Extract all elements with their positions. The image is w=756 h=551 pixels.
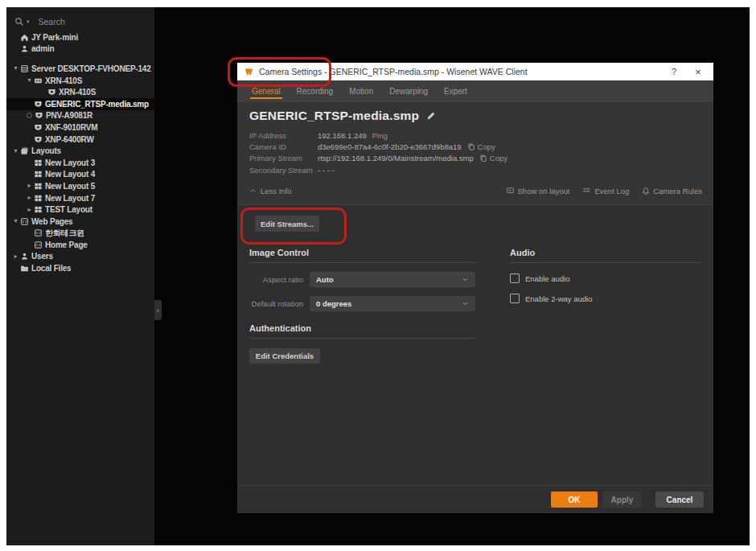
tree-item[interactable]: PNV-A9081R bbox=[6, 110, 154, 122]
tree-item-label: Layouts bbox=[31, 146, 61, 155]
tree-item[interactable]: ▸New Layout 5 bbox=[6, 180, 154, 192]
aspect-ratio-row: Aspect ratio Auto bbox=[249, 272, 475, 287]
event-log-link[interactable]: Event Log bbox=[582, 187, 629, 195]
layout-icon bbox=[34, 182, 45, 191]
tree-item[interactable]: XNP-6400RW bbox=[6, 134, 154, 146]
tree-item[interactable]: ▾Web Pages bbox=[6, 216, 154, 228]
checkbox-unchecked-icon[interactable] bbox=[510, 273, 520, 283]
tab-motion[interactable]: Motion bbox=[341, 80, 381, 102]
checkbox-unchecked-icon[interactable] bbox=[510, 294, 520, 303]
tree-item-label: GENERIC_RTSP-media.smp bbox=[45, 100, 149, 109]
server-icon bbox=[20, 64, 31, 73]
info-extra-label: Ping bbox=[372, 131, 388, 140]
chevron-right-icon[interactable]: ▸ bbox=[25, 183, 34, 189]
copy-link[interactable]: Copy bbox=[479, 154, 507, 162]
chevron-down-icon[interactable]: ▾ bbox=[25, 77, 34, 84]
tab-general[interactable]: General bbox=[244, 80, 289, 102]
info-row: IP Address192.168.1.249Ping bbox=[249, 130, 507, 141]
tree-item[interactable]: XRN-410S bbox=[6, 86, 154, 98]
tree-item-label: XRN-410S bbox=[45, 76, 82, 85]
edit-name-pencil-icon[interactable] bbox=[426, 111, 436, 121]
info-label: Primary Stream bbox=[249, 154, 318, 162]
cancel-button[interactable]: Cancel bbox=[655, 491, 704, 508]
tree-item[interactable]: Local Files bbox=[6, 262, 154, 274]
ok-button[interactable]: OK bbox=[551, 491, 598, 508]
tree-item-label: XNP-6400RW bbox=[45, 135, 94, 144]
monitor-icon bbox=[506, 187, 515, 195]
audio-title: Audio bbox=[510, 248, 701, 263]
tree-item[interactable]: ▾XRN-410S bbox=[6, 75, 154, 87]
search-input[interactable] bbox=[37, 16, 129, 27]
chevron-down-icon[interactable]: ▾ bbox=[11, 218, 20, 224]
less-info-toggle[interactable]: Less Info bbox=[249, 187, 292, 195]
chevron-right-icon[interactable]: ▸ bbox=[25, 195, 34, 201]
chevron-up-icon bbox=[249, 187, 257, 194]
tab-expert[interactable]: Expert bbox=[436, 80, 475, 102]
tree-item[interactable]: New Layout 4 bbox=[6, 169, 154, 181]
tree-item[interactable]: ▸New Layout 7 bbox=[6, 192, 154, 204]
default-rotation-select[interactable]: 0 degrees bbox=[310, 296, 475, 311]
chevron-right-icon[interactable]: ▸ bbox=[25, 207, 34, 213]
tree-item-label: Home Page bbox=[45, 241, 88, 249]
ping-link[interactable]: Ping bbox=[372, 131, 388, 140]
checkbox-label: Enable audio bbox=[525, 274, 569, 283]
chevron-down-icon[interactable]: ▾ bbox=[27, 19, 30, 25]
tree-item[interactable]: XNF-9010RVM bbox=[6, 121, 154, 134]
camera-settings-dialog: Camera Settings - GENERIC_RTSP-media.smp… bbox=[237, 63, 713, 513]
user-icon bbox=[20, 252, 31, 261]
tree-item[interactable]: 한화테크윈 bbox=[6, 228, 154, 240]
copy-icon[interactable] bbox=[479, 154, 487, 162]
bell-icon bbox=[642, 187, 650, 195]
tree-item-label: TEST Layout bbox=[45, 205, 92, 214]
tree-item[interactable]: ▸Users bbox=[6, 251, 154, 263]
layout-icon bbox=[34, 170, 45, 179]
less-info-label: Less Info bbox=[261, 187, 292, 195]
tree-item-label: PNV-A9081R bbox=[46, 111, 92, 120]
tab-recording[interactable]: Recording bbox=[289, 80, 342, 102]
webpages-icon bbox=[20, 217, 31, 226]
default-rotation-label: Default rotation bbox=[249, 299, 310, 308]
tree-item[interactable]: Home Page bbox=[6, 239, 154, 251]
edit-streams-button[interactable]: Edit Streams... bbox=[255, 216, 319, 232]
tree-item-label: New Layout 4 bbox=[45, 170, 95, 179]
copy-link[interactable]: Copy bbox=[467, 142, 495, 151]
tree-item[interactable]: ▸TEST Layout bbox=[6, 204, 154, 216]
search-icon[interactable] bbox=[14, 17, 24, 27]
tree-item[interactable]: ▾Server DESKTOP-FVHONEP-142 bbox=[6, 63, 154, 75]
chevron-down-icon[interactable]: ▾ bbox=[11, 148, 20, 154]
info-value: 192.168.1.249 bbox=[318, 131, 367, 140]
apply-button[interactable]: Apply bbox=[603, 491, 641, 508]
camera-rules-link[interactable]: Camera Rules bbox=[642, 187, 702, 195]
enable-2-way-audio-checkbox-row[interactable]: Enable 2-way audio bbox=[510, 294, 701, 303]
audio-section: Audio Enable audioEnable 2-way audio bbox=[510, 248, 701, 303]
tree-item[interactable]: admin bbox=[6, 43, 154, 56]
camera-icon bbox=[35, 111, 46, 120]
header-link-label: Event Log bbox=[594, 187, 629, 195]
default-rotation-row: Default rotation 0 degrees bbox=[249, 296, 475, 311]
dialog-footer: OK Apply Cancel bbox=[237, 485, 713, 513]
enable-audio-checkbox-row[interactable]: Enable audio bbox=[510, 273, 701, 283]
camera-icon bbox=[47, 88, 59, 97]
search-bar: ▾ bbox=[14, 14, 129, 29]
tree-item[interactable]: GENERIC_RTSP-media.smp bbox=[6, 98, 154, 110]
camera-icon bbox=[34, 123, 45, 132]
sidebar-collapse-handle[interactable]: ‹ bbox=[154, 300, 162, 320]
camera-name: GENERIC_RTSP-media.smp bbox=[249, 109, 436, 123]
chevron-right-icon[interactable]: ▸ bbox=[11, 253, 20, 260]
chevron-down-icon[interactable]: ▾ bbox=[11, 65, 20, 72]
copy-icon[interactable] bbox=[467, 142, 475, 151]
tree-item[interactable]: New Layout 3 bbox=[6, 157, 154, 169]
dialog-tabbar: GeneralRecordingMotionDewarpingExpert bbox=[237, 80, 713, 102]
close-icon[interactable]: × bbox=[686, 66, 710, 78]
tab-dewarping[interactable]: Dewarping bbox=[381, 80, 436, 102]
dialog-titlebar[interactable]: Camera Settings - GENERIC_RTSP-media.smp… bbox=[237, 63, 713, 80]
tree-item[interactable]: ▾Layouts bbox=[6, 145, 154, 157]
tree-item[interactable]: JY Park-mini bbox=[6, 31, 154, 43]
chevron-down-icon bbox=[462, 301, 469, 306]
show-on-layout-link[interactable]: Show on layout bbox=[506, 187, 570, 195]
help-button[interactable]: ? bbox=[662, 67, 686, 76]
edit-credentials-button[interactable]: Edit Credentials bbox=[249, 348, 320, 364]
layout-icon bbox=[34, 158, 45, 167]
wave-logo-icon bbox=[244, 68, 253, 76]
aspect-ratio-select[interactable]: Auto bbox=[310, 272, 475, 287]
